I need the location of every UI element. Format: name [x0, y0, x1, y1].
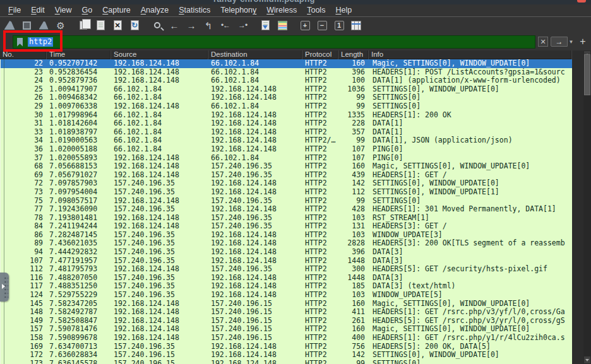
col-header-length[interactable]: Length: [338, 50, 369, 59]
menu-capture[interactable]: Capture: [97, 5, 135, 16]
packet-row[interactable]: 1737.636145578157.240.196.15192.168.124.…: [0, 360, 572, 364]
scrollbar-thumb[interactable]: [584, 54, 590, 95]
col-header-no[interactable]: No.: [0, 50, 47, 59]
packet-row[interactable]: 230.952836454192.168.124.14866.102.1.84H…: [0, 68, 572, 77]
menu-statistics[interactable]: Statistics: [174, 5, 215, 16]
packet-row[interactable]: 727.097857903157.240.196.35192.168.124.1…: [0, 179, 572, 188]
packet-row[interactable]: 1457.582347205192.168.124.148157.240.196…: [0, 300, 572, 308]
cell-length: 1448: [338, 274, 369, 283]
cell-protocol: HTTP2: [302, 231, 338, 240]
packet-row[interactable]: 1177.488351250157.240.196.35192.168.124.…: [0, 282, 572, 291]
vertical-scrollbar[interactable]: [583, 50, 591, 364]
packet-row[interactable]: 1587.590899678192.168.124.148157.240.196…: [0, 334, 572, 343]
packet-row[interactable]: 311.01814260466.102.1.84192.168.124.148H…: [0, 119, 572, 128]
cell-length: 411: [338, 308, 369, 317]
close-file-button[interactable]: [110, 18, 125, 33]
zoom-in-button[interactable]: +: [297, 18, 313, 33]
packet-row[interactable]: 291.009706338192.168.124.14866.102.1.84H…: [0, 102, 572, 111]
close-window-button[interactable]: [577, 0, 586, 3]
packet-row[interactable]: 220.952707142192.168.124.14866.102.1.84H…: [0, 59, 572, 68]
menu-go[interactable]: Go: [77, 5, 98, 16]
auto-scroll-button[interactable]: [258, 18, 273, 33]
packet-row[interactable]: 777.192436090157.240.196.35192.168.124.1…: [0, 205, 572, 214]
packet-row[interactable]: 947.444292832157.240.196.35192.168.124.1…: [0, 248, 572, 257]
packet-row[interactable]: 787.193801481192.168.124.148157.240.196.…: [0, 214, 572, 223]
cell-time: 7.582492787: [47, 308, 111, 317]
packet-row[interactable]: 1247.529755229157.240.196.35192.168.124.…: [0, 291, 572, 300]
menu-telephony[interactable]: Telephony: [215, 5, 261, 16]
col-header-time[interactable]: Time: [47, 50, 111, 59]
hidden-dock-handle[interactable]: [0, 273, 9, 302]
menu-tools[interactable]: Tools: [302, 5, 330, 16]
packet-list[interactable]: 220.952707142192.168.124.14866.102.1.84H…: [0, 59, 572, 364]
resize-columns-button[interactable]: [349, 18, 364, 33]
packet-row[interactable]: 757.098057517192.168.124.148157.240.196.…: [0, 197, 572, 206]
packet-row[interactable]: 897.436021035157.240.196.35192.168.124.1…: [0, 239, 572, 248]
go-back-button[interactable]: ←: [167, 18, 182, 33]
packet-row[interactable]: 1077.477191957157.240.196.35192.168.124.…: [0, 257, 572, 266]
cell-protocol: HTTP2: [302, 239, 338, 248]
cell-info: SETTINGS[0]: [369, 197, 572, 206]
menu-file[interactable]: File: [3, 5, 26, 16]
packet-row[interactable]: 261.00946834266.102.1.84192.168.124.148H…: [0, 93, 572, 102]
col-header-info[interactable]: Info: [369, 50, 572, 59]
packet-row[interactable]: 331.01893879766.102.1.84192.168.124.148H…: [0, 128, 572, 137]
reload-file-button[interactable]: [127, 18, 142, 33]
apply-filter-button[interactable]: →: [551, 37, 568, 47]
cell-source: 192.168.124.148: [111, 76, 208, 85]
packet-row[interactable]: 1727.636028834157.240.196.15192.168.124.…: [0, 351, 572, 360]
open-file-button[interactable]: [76, 18, 91, 33]
zoom-out-button[interactable]: −: [314, 18, 330, 33]
cell-protocol: HTTP2: [302, 145, 338, 154]
menu-analyze[interactable]: Analyze: [136, 5, 174, 16]
col-header-protocol[interactable]: Protocol: [302, 50, 338, 59]
packet-row[interactable]: 1487.582492787192.168.124.148157.240.196…: [0, 308, 572, 317]
packet-row[interactable]: 737.097954004157.240.196.35192.168.124.1…: [0, 188, 572, 197]
packet-row[interactable]: 1497.582508847192.168.124.148157.240.196…: [0, 317, 572, 326]
packet-row[interactable]: 371.020055893192.168.124.14866.102.1.84H…: [0, 154, 572, 163]
save-file-button[interactable]: [93, 18, 108, 33]
col-header-source[interactable]: Source: [111, 50, 208, 59]
cell-length: 400: [338, 334, 369, 343]
menu-view[interactable]: View: [50, 5, 77, 16]
packet-row[interactable]: 1697.634700713157.240.196.35192.168.124.…: [0, 343, 572, 351]
add-filter-button[interactable]: +: [577, 35, 588, 48]
cell-destination: 192.168.124.148: [208, 239, 302, 248]
packet-row[interactable]: 1577.590781476192.168.124.148157.240.196…: [0, 325, 572, 334]
cell-length: 1448: [338, 257, 369, 266]
clear-filter-button[interactable]: ✕: [538, 37, 548, 47]
menu-wireless[interactable]: Wireless: [261, 5, 302, 16]
packet-row[interactable]: 361.02000518866.102.1.84192.168.124.148H…: [0, 145, 572, 154]
cell-protocol: HTTP2: [302, 111, 338, 120]
packet-row[interactable]: 1127.481795793192.168.124.148157.240.196…: [0, 265, 572, 274]
packet-row[interactable]: 687.056688153192.168.124.148157.240.196.…: [0, 162, 572, 171]
cell-no: 34: [0, 136, 47, 145]
cell-info: DATA[3]: [369, 248, 572, 257]
packet-row[interactable]: 847.241194244192.168.124.148157.240.196.…: [0, 222, 572, 231]
cell-destination: 192.168.124.148: [208, 179, 302, 188]
previous-packet-button[interactable]: •←: [218, 18, 233, 33]
packet-row[interactable]: 1167.488207050157.240.196.35192.168.124.…: [0, 274, 572, 283]
normal-size-button[interactable]: 1: [331, 18, 347, 33]
packet-row[interactable]: 301.01799896466.102.1.84192.168.124.148H…: [0, 111, 572, 120]
scroll-down-button[interactable]: [584, 356, 590, 363]
cell-length: 107: [338, 145, 369, 154]
packet-row[interactable]: 697.056791027192.168.124.148157.240.196.…: [0, 171, 572, 180]
menu-help[interactable]: Help: [330, 5, 357, 16]
col-header-destination[interactable]: Destination: [208, 50, 302, 59]
packet-row[interactable]: 251.00941790766.102.1.84192.168.124.148H…: [0, 85, 572, 94]
cell-destination: 66.102.1.84: [208, 154, 302, 163]
go-to-packet-button[interactable]: ↰: [201, 18, 216, 33]
display-filter-input[interactable]: http2: [13, 35, 535, 49]
go-forward-button[interactable]: →: [184, 18, 199, 33]
filter-dropdown-button[interactable]: ▼: [568, 37, 575, 47]
find-packet-button[interactable]: [150, 18, 165, 33]
packet-row[interactable]: 240.952879736192.168.124.14866.102.1.84H…: [0, 76, 572, 85]
packet-row[interactable]: 867.282487145157.240.196.35192.168.124.1…: [0, 231, 572, 240]
next-packet-button[interactable]: →•: [235, 18, 250, 33]
menu-edit[interactable]: Edit: [26, 5, 50, 16]
colorize-packets-button[interactable]: [275, 18, 290, 33]
cell-source: 192.168.124.148: [111, 171, 208, 180]
cell-protocol: HTTP2: [302, 222, 338, 231]
packet-row[interactable]: 341.01900056366.102.1.84192.168.124.148H…: [0, 136, 572, 145]
